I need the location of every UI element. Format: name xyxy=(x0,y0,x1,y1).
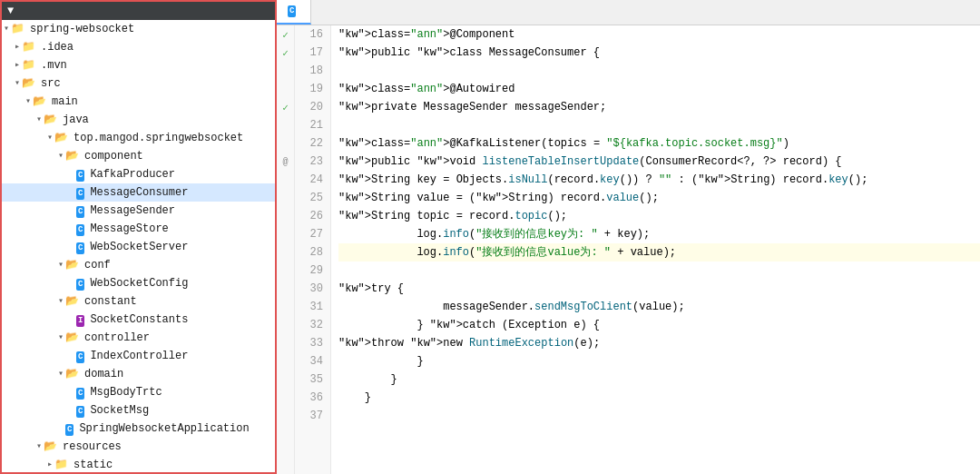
tree-node-SocketConstants[interactable]: I SocketConstants xyxy=(2,311,275,329)
code-line xyxy=(338,262,980,280)
code-line: messageSender.sendMsgToClient(value); xyxy=(338,298,980,316)
line-number: 25 xyxy=(302,189,323,207)
chevron-icon xyxy=(2,21,11,37)
chevron-icon xyxy=(56,148,65,164)
file-tree: ▼ 📁 spring-websocket 📁 .idea 📁 .mvn 📂 sr… xyxy=(0,0,277,474)
node-label: WebSocketConfig xyxy=(90,275,188,291)
tree-node-IndexController[interactable]: C IndexController xyxy=(2,347,275,365)
code-line xyxy=(338,407,980,425)
gutter-cell xyxy=(277,262,294,280)
node-label: SpringWebsocketApplication xyxy=(79,420,249,437)
node-label: resources xyxy=(63,439,122,455)
chevron-icon xyxy=(56,257,65,273)
tree-node-MessageStore[interactable]: C MessageStore xyxy=(2,220,275,238)
code-line: "kw">private MessageSender messageSender… xyxy=(338,98,980,116)
line-number: 30 xyxy=(302,280,323,298)
code-line: "kw">class="ann">@Component xyxy=(338,25,980,44)
tree-node-spring-websocket[interactable]: 📁 spring-websocket xyxy=(2,20,275,38)
tree-node-component[interactable]: 📂 component xyxy=(2,147,275,165)
node-label: .idea xyxy=(41,39,74,55)
line-number: 33 xyxy=(302,334,323,352)
tree-node-MsgBodyTrtc[interactable]: C MsgBodyTrtc xyxy=(2,383,275,401)
code-lines[interactable]: "kw">class="ann">@Component "kw">public … xyxy=(331,25,980,474)
line-number: 26 xyxy=(302,207,323,225)
node-label: MsgBodyTrtc xyxy=(90,384,162,400)
code-line: "kw">String topic = record.topic(); xyxy=(338,207,980,225)
line-number: 34 xyxy=(302,352,323,370)
tree-node-src[interactable]: 📂 src xyxy=(2,74,275,93)
line-numbers: 1617181920212223242526272829303132333435… xyxy=(295,25,331,474)
line-number: 17 xyxy=(302,44,323,62)
line-number: 35 xyxy=(302,370,323,389)
editor-tab-message-consumer[interactable]: C xyxy=(277,0,311,25)
line-number: 36 xyxy=(302,389,323,407)
tree-node-main[interactable]: 📂 main xyxy=(2,93,275,111)
node-label: domain xyxy=(84,366,123,382)
line-number: 28 xyxy=(302,243,323,262)
gutter-cell xyxy=(277,316,294,334)
gutter-cell xyxy=(277,280,294,298)
node-label: MessageSender xyxy=(90,202,175,219)
chevron-icon xyxy=(13,39,22,55)
tree-node-KafkaProducer[interactable]: C KafkaProducer xyxy=(2,165,275,183)
line-number: 20 xyxy=(302,98,323,116)
tree-node-resources[interactable]: 📂 resources xyxy=(2,438,275,456)
code-line: "kw">try { xyxy=(338,280,980,298)
tree-node-SpringWebsocketApplication[interactable]: C SpringWebsocketApplication xyxy=(2,420,275,438)
folder-icon: 📂 xyxy=(65,368,79,380)
class-icon: C xyxy=(76,279,84,291)
folder-icon: 📂 xyxy=(65,331,79,344)
code-line: "kw">public "kw">class MessageConsumer { xyxy=(338,44,980,62)
node-label: controller xyxy=(84,330,150,346)
line-number: 27 xyxy=(302,225,323,243)
tree-node-conf[interactable]: 📂 conf xyxy=(2,256,275,274)
gutter-cell xyxy=(277,334,294,352)
line-number: 19 xyxy=(302,80,323,98)
node-label: conf xyxy=(84,257,111,273)
code-line: log.info("接收到的信息key为: " + key); xyxy=(338,225,980,243)
folder-icon: 📁 xyxy=(54,459,68,471)
tree-node-java[interactable]: 📂 java xyxy=(2,111,275,129)
node-label: constant xyxy=(84,293,137,310)
line-number: 31 xyxy=(302,298,323,316)
chevron-icon xyxy=(56,366,65,382)
class-icon: C xyxy=(65,424,74,436)
tree-node-SocketMsg[interactable]: C SocketMsg xyxy=(2,401,275,420)
line-number: 18 xyxy=(302,62,323,80)
tree-node-WebSocketConfig[interactable]: C WebSocketConfig xyxy=(2,274,275,292)
folder-icon: 📂 xyxy=(65,259,79,272)
node-label: top.mangod.springwebsocket xyxy=(74,130,243,146)
code-line: "kw">String key = Objects.isNull(record.… xyxy=(338,171,980,189)
code-line: } xyxy=(338,352,980,370)
tree-node-mvn[interactable]: 📁 .mvn xyxy=(2,56,275,74)
chevron-icon xyxy=(13,75,22,92)
gutter-cell xyxy=(277,207,294,225)
class-icon: C xyxy=(76,242,84,254)
tree-node-domain[interactable]: 📂 domain xyxy=(2,365,275,383)
tree-node-controller[interactable]: 📂 controller xyxy=(2,329,275,347)
gutter-cell xyxy=(277,116,294,134)
chevron-icon xyxy=(45,130,54,146)
tree-node-WebSocketServer[interactable]: C WebSocketServer xyxy=(2,238,275,256)
line-number: 16 xyxy=(302,25,323,44)
node-label: java xyxy=(63,112,89,128)
class-icon: C xyxy=(76,170,84,182)
tree-node-idea[interactable]: 📁 .idea xyxy=(2,38,275,56)
code-line: } "kw">catch (Exception e) { xyxy=(338,316,980,334)
tree-node-top-mangod[interactable]: 📂 top.mangod.springwebsocket xyxy=(2,129,275,147)
folder-icon: 📂 xyxy=(44,440,57,453)
gutter-cell xyxy=(277,171,294,189)
class-icon: C xyxy=(76,224,84,236)
node-label: MessageConsumer xyxy=(90,184,188,201)
node-label: static xyxy=(74,457,113,473)
code-line xyxy=(338,62,980,80)
gutter-cell xyxy=(277,352,294,370)
tree-node-static[interactable]: 📁 static xyxy=(2,456,275,474)
tree-node-constant[interactable]: 📂 constant xyxy=(2,292,275,311)
tree-node-MessageConsumer[interactable]: C MessageConsumer xyxy=(2,183,275,202)
tree-node-MessageSender[interactable]: C MessageSender xyxy=(2,202,275,220)
code-line: "kw">class="ann">@Autowired xyxy=(338,80,980,98)
folder-icon: 📁 xyxy=(22,41,35,54)
node-label: IndexController xyxy=(90,348,188,364)
line-number: 29 xyxy=(302,262,323,280)
